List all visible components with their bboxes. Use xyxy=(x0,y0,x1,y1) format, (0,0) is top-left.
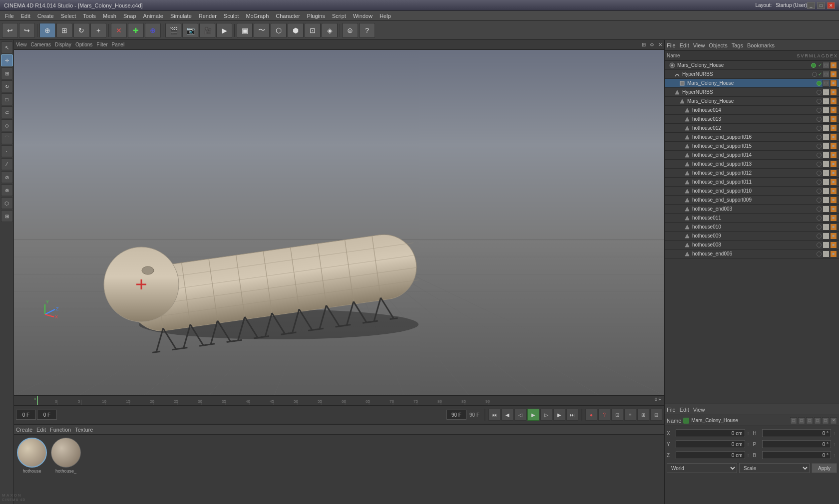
hier-item-3[interactable]: hothouse013 ▪ ■ xyxy=(665,115,839,124)
attr-menu-file[interactable]: File xyxy=(667,407,676,413)
scale-tool-button[interactable]: ⊞ xyxy=(56,23,72,38)
vp-menu-display[interactable]: Display xyxy=(55,42,71,47)
redo-button[interactable]: ↪ xyxy=(19,23,35,38)
hier-item-13[interactable]: hothouse_end003 ▪ ■ xyxy=(665,205,839,214)
menu-edit[interactable]: Edit xyxy=(18,12,33,20)
attr-sq2[interactable]: □ xyxy=(798,417,805,424)
frame-offset-input[interactable] xyxy=(37,410,57,420)
hier-menu-bookmarks[interactable]: Bookmarks xyxy=(747,42,775,48)
prev-keyframe-button[interactable]: ◁ xyxy=(514,409,526,421)
menu-render[interactable]: Render xyxy=(196,12,220,20)
tool-edge[interactable]: ⌒ xyxy=(1,132,13,144)
tool-box[interactable]: □ xyxy=(1,93,13,105)
vp-close[interactable]: ✕ xyxy=(658,42,662,47)
z-constraint-button[interactable]: ⊕ xyxy=(145,23,161,38)
coord-x-input[interactable] xyxy=(676,429,745,437)
tool-scale[interactable]: ⊞ xyxy=(1,67,13,79)
prev-frame-button[interactable]: ◀ xyxy=(501,409,513,421)
hierarchy-list[interactable]: Mars_Colony_House ✓ □ ■ HyperNURBS xyxy=(665,61,839,404)
render-all-button[interactable]: ▶ xyxy=(216,23,232,38)
menu-help[interactable]: Help xyxy=(377,12,394,20)
render-settings-button[interactable]: 🎥 xyxy=(199,23,215,38)
move-tool-button[interactable]: ⊕ xyxy=(39,23,55,38)
hier-item-7[interactable]: hothouse_end_support014 ▪ ■ xyxy=(665,151,839,160)
play-button[interactable]: ▶ xyxy=(527,409,539,421)
tool-move[interactable]: ✛ xyxy=(1,54,13,66)
minimize-button[interactable]: _ xyxy=(807,2,815,9)
hier-item-6[interactable]: hothouse_end_support015 ▪ ■ xyxy=(665,142,839,151)
vp-menu-panel[interactable]: Panel xyxy=(112,42,125,47)
hier-item-hypernurbs[interactable]: HyperNURBS ✓ □ ■ xyxy=(665,70,839,79)
hier-menu-file[interactable]: File xyxy=(667,42,676,48)
attr-sq1[interactable]: □ xyxy=(790,417,797,424)
coord-p-input[interactable] xyxy=(762,440,832,448)
hier-item-2[interactable]: hothouse014 ▪ ■ xyxy=(665,106,839,115)
add-object-button[interactable]: + xyxy=(90,23,106,38)
hier-item-9[interactable]: hothouse_end_support012 ▪ ■ xyxy=(665,169,839,178)
mat-menu-texture[interactable]: Texture xyxy=(75,427,93,433)
timeline-ruler[interactable]: 0 0 5 10 15 20 25 30 35 40 45 50 55 xyxy=(14,396,664,406)
timeline-btn3[interactable]: ⊟ xyxy=(650,409,662,421)
tool-brush[interactable]: ⊘ xyxy=(1,171,13,183)
light-button[interactable]: ◈ xyxy=(322,23,338,38)
mat-menu-edit[interactable]: Edit xyxy=(36,427,46,433)
hier-item-4[interactable]: hothouse012 ▪ ■ xyxy=(665,124,839,133)
autokey-button[interactable]: ? xyxy=(598,409,610,421)
tool-lasso[interactable]: ⊂ xyxy=(1,106,13,118)
hier-menu-view[interactable]: View xyxy=(693,42,705,48)
menu-mograph[interactable]: MoGraph xyxy=(243,12,272,20)
menu-character[interactable]: Character xyxy=(273,12,303,20)
coord-h-input[interactable] xyxy=(762,429,832,437)
hier-menu-objects[interactable]: Objects xyxy=(709,42,727,48)
coord-z-input[interactable] xyxy=(676,451,745,459)
record-button[interactable]: ● xyxy=(585,409,597,421)
vp-menu-view[interactable]: View xyxy=(16,42,27,47)
end-frame-display[interactable] xyxy=(446,410,466,420)
apply-button[interactable]: Apply xyxy=(812,463,837,473)
hier-item-10[interactable]: hothouse_end_support011 ▪ ■ xyxy=(665,178,839,187)
coord-y-input[interactable] xyxy=(676,440,745,448)
hier-item-11[interactable]: hothouse_end_support010 ▪ ■ xyxy=(665,187,839,196)
generator-button[interactable]: ⬡ xyxy=(271,23,287,38)
vp-menu-options[interactable]: Options xyxy=(75,42,92,47)
coord-b-input[interactable] xyxy=(762,451,832,459)
hier-item-mchouse[interactable]: Mars_Colony_House □ ■ xyxy=(665,79,839,88)
vp-maximize[interactable]: ⊞ xyxy=(642,42,646,47)
tool-point[interactable]: · xyxy=(1,145,13,157)
menu-file[interactable]: File xyxy=(2,12,17,20)
hier-item-14[interactable]: hothouse011 ▪ ■ xyxy=(665,214,839,223)
object-button[interactable]: ▣ xyxy=(237,23,253,38)
tool-magnet[interactable]: ⊗ xyxy=(1,184,13,196)
vp-menu-cameras[interactable]: Cameras xyxy=(31,42,51,47)
vp-menu-filter[interactable]: Filter xyxy=(96,42,107,47)
timeline-btn2[interactable]: ⊞ xyxy=(637,409,649,421)
menu-mesh[interactable]: Mesh xyxy=(100,12,119,20)
go-end-button[interactable]: ⏭ xyxy=(566,409,578,421)
attr-menu-view[interactable]: View xyxy=(693,407,705,413)
mat-menu-function[interactable]: Function xyxy=(50,427,71,433)
mat-menu-create[interactable]: Create xyxy=(16,427,32,433)
menu-plugins[interactable]: Plugins xyxy=(304,12,328,20)
hier-item-1[interactable]: Mars_Colony_House ▪ ■ xyxy=(665,97,839,106)
tool-poly[interactable]: ◇ xyxy=(1,119,13,131)
stereo-button[interactable]: ⊜ xyxy=(342,23,358,38)
attr-sq3[interactable]: □ xyxy=(806,417,813,424)
attr-sq5[interactable]: □ xyxy=(822,417,829,424)
tool-select[interactable]: ↖ xyxy=(1,41,13,53)
hier-item-15[interactable]: hothouse010 ▪ ■ xyxy=(665,223,839,232)
material-hothouse2[interactable]: hothouse_ xyxy=(50,437,82,475)
hier-item-8[interactable]: hothouse_end_support013 ▪ ■ xyxy=(665,160,839,169)
material-hothouse[interactable]: hothouse xyxy=(16,437,48,475)
close-button[interactable]: ✕ xyxy=(827,2,835,9)
hier-item-0[interactable]: HyperNURBS ▪ ■ xyxy=(665,88,839,97)
next-keyframe-button[interactable]: ▷ xyxy=(540,409,552,421)
help-button[interactable]: ? xyxy=(359,23,375,38)
hier-item-12[interactable]: hothouse_end_support009 ▪ ■ xyxy=(665,196,839,205)
menu-create[interactable]: Create xyxy=(34,12,57,20)
hier-menu-tags[interactable]: Tags xyxy=(732,42,743,48)
menu-tools[interactable]: Tools xyxy=(80,12,99,20)
y-constraint-button[interactable]: ✚ xyxy=(128,23,144,38)
render-button[interactable]: 🎬 xyxy=(165,23,181,38)
viewport-3d[interactable]: Perspective xyxy=(14,50,664,395)
next-frame-button[interactable]: ▶ xyxy=(553,409,565,421)
